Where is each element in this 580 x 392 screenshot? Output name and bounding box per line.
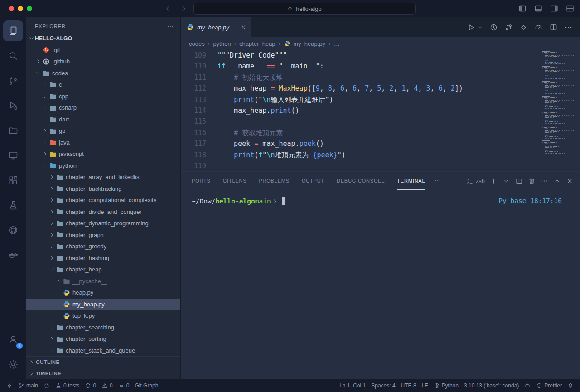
nav-forward-button[interactable] [179,5,188,13]
tree-item-chapter-dynamic-programming[interactable]: chapter_dynamic_programming [26,218,180,229]
more-actions-button[interactable] [564,23,573,32]
breadcrumb-python[interactable]: python [213,40,231,47]
panel-tab-problems[interactable]: PROBLEMS [259,172,290,190]
activity-explorer[interactable] [3,20,23,41]
panel-tab-terminal[interactable]: TERMINAL [397,172,425,190]
tree-item-codes[interactable]: codes [26,68,180,79]
toggle-panel-button[interactable] [534,4,543,13]
terminal-more-actions-button[interactable] [541,177,548,185]
status-warnings[interactable]: 0 [99,379,116,392]
tree-item-chapter-sorting[interactable]: chapter_sorting [26,333,180,345]
split-editor-button[interactable] [549,23,558,32]
status-ports[interactable]: 0 [116,379,132,392]
tree-item-hello-algo[interactable]: HELLO-ALGO [26,33,180,44]
status-python-interpreter[interactable]: 3.10.13 ('base': conda) [461,379,522,392]
activity-source-control[interactable] [3,70,23,91]
minimize-window-button[interactable] [18,6,23,11]
tree-item-cpp[interactable]: cpp [26,91,180,102]
breadcrumb-my-heap-py[interactable]: my_heap.py [284,40,325,47]
gitlens-compare-button[interactable] [519,23,528,32]
status-tests[interactable]: 0 tests [53,379,82,392]
code-editor[interactable]: 109"""Driver Code"""110if __name__ == "_… [181,50,580,171]
panel-tab-debug-console[interactable]: DEBUG CONSOLE [337,172,385,190]
tree-item-git[interactable]: .git [26,44,180,56]
minimap[interactable] [542,51,575,155]
terminal[interactable]: ~/Dow/hello-algo main Py base 18:17:16 [181,190,580,379]
tree-item-chapter-backtracking[interactable]: chapter_backtracking [26,183,180,195]
status-prettier[interactable]: Prettier [533,379,565,392]
status-copilot[interactable] [522,379,533,392]
tree-item-python[interactable]: python [26,160,180,172]
status-indentation[interactable]: Spaces: 4 [368,379,398,392]
run-python-file-button[interactable] [467,23,475,32]
panel-tab-gitlens[interactable]: GITLENS [223,172,247,190]
tree-item-top-k-py[interactable]: top_k.py [26,310,180,322]
tree-item-chapter-greedy[interactable]: chapter_greedy [26,241,180,252]
terminal-profiles-dropdown-button[interactable] [503,177,510,185]
breadcrumb-codes[interactable]: codes [189,40,205,47]
activity-project-manager[interactable] [3,120,23,141]
status-language-mode[interactable]: Python [431,379,461,392]
tree-item-dart[interactable]: dart [26,114,180,126]
tree-item-chapter-computational-complexity[interactable]: chapter_computational_complexity [26,194,180,206]
tree-item-java[interactable]: java [26,137,180,149]
tree-item-github[interactable]: .github [26,56,180,68]
activity-testing[interactable] [3,195,23,216]
activity-github[interactable] [3,220,23,241]
activity-remote-explorer[interactable] [3,145,23,166]
close-tab-icon[interactable] [240,24,247,31]
activity-docker[interactable] [3,245,23,266]
close-window-button[interactable] [9,6,14,11]
toggle-secondary-sidebar-button[interactable] [550,4,559,13]
status-errors[interactable]: 0 [82,379,99,392]
tree-item-chapter-searching[interactable]: chapter_searching [26,322,180,334]
timeline-section[interactable]: TIMELINE [26,368,180,379]
breadcrumb-more[interactable]: … [334,40,340,47]
panel-tab-ports[interactable]: PORTS [192,172,211,190]
split-terminal-button[interactable] [515,177,523,185]
activity-settings[interactable] [3,354,23,375]
tree-item-chapter-hashing[interactable]: chapter_hashing [26,252,180,264]
zoom-window-button[interactable] [27,6,32,11]
tree-item-go[interactable]: go [26,125,180,137]
activity-search[interactable] [3,45,23,66]
customize-layout-button[interactable] [566,4,575,13]
tree-item-chapter-array-and-linkedlist[interactable]: chapter_array_and_linkedlist [26,171,180,183]
tree-item-c[interactable]: c [26,79,180,91]
tree-item-javascript[interactable]: javascript [26,148,180,160]
tab-my-heap-py[interactable]: my_heap.py [181,17,251,37]
command-center-search[interactable]: hello-algo [193,3,416,15]
tree-item-chapter-graph[interactable]: chapter_graph [26,229,180,241]
breadcrumb-chapter-heap[interactable]: chapter_heap [239,40,276,47]
explorer-more-actions[interactable] [167,23,174,30]
panel-tab-output[interactable]: OUTPUT [302,172,324,190]
toggle-primary-sidebar-button[interactable] [518,4,527,13]
maximize-panel-button[interactable] [553,177,561,185]
status-eol[interactable]: LF [419,379,431,392]
status-cursor-position[interactable]: Ln 1, Col 1 [337,379,368,392]
profile-run-button[interactable] [534,23,543,32]
status-remote-window[interactable] [4,379,15,392]
tree-item-chapter-stack-and-queue[interactable]: chapter_stack_and_queue [26,345,180,357]
panel-more-tabs[interactable] [434,177,441,184]
tree-item-my-heap-py[interactable]: my_heap.py [26,299,180,310]
status-branch[interactable]: main [15,379,41,392]
kill-terminal-button[interactable] [528,177,536,185]
file-history-button[interactable] [489,23,498,32]
activity-run-and-debug[interactable] [3,95,23,116]
tree-item-pycache[interactable]: __pycache__ [26,276,180,287]
tree-item-csharp[interactable]: csharp [26,102,180,114]
tree-item-chapter-divide-and-conquer[interactable]: chapter_divide_and_conquer [26,206,180,218]
terminal-shell-button[interactable]: zsh [466,177,485,185]
status-git-graph[interactable]: Git Graph [132,379,161,392]
activity-accounts[interactable]: 1 [3,329,23,350]
outline-section[interactable]: OUTLINE [26,356,180,368]
run-options-dropdown-button[interactable] [482,24,483,30]
open-changes-button[interactable] [504,23,513,32]
status-notifications[interactable] [565,379,576,392]
tree-item-heap-py[interactable]: heap.py [26,287,180,299]
tree-item-chapter-heap[interactable]: chapter_heap [26,264,180,276]
status-encoding[interactable]: UTF-8 [398,379,419,392]
nav-back-button[interactable] [164,5,172,13]
new-terminal-button[interactable] [490,177,498,185]
